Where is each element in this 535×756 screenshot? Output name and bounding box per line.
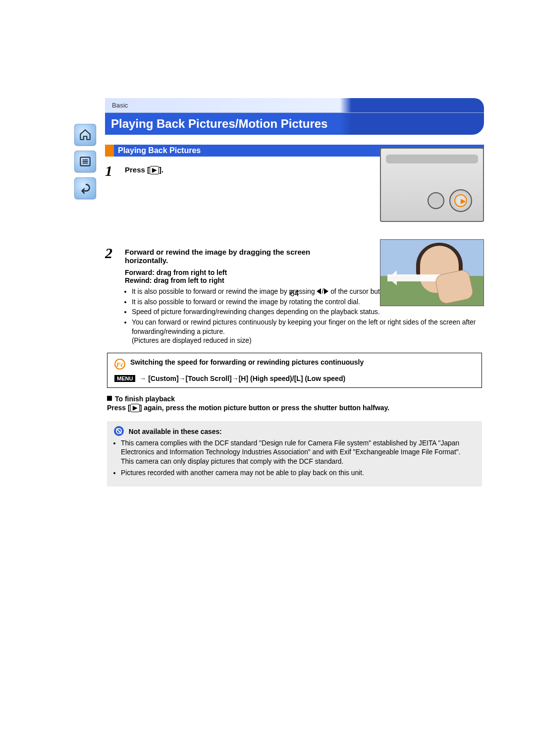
not-available-icon bbox=[114, 426, 124, 436]
breadcrumb: Basic bbox=[105, 98, 484, 113]
menu-path: → [Custom]→[Touch Scroll]→[H] (High spee… bbox=[139, 375, 345, 382]
step-number: 2 bbox=[105, 245, 125, 262]
not-available-panel: Not available in these cases: This camer… bbox=[107, 421, 482, 487]
square-bullet-icon bbox=[107, 396, 112, 401]
contents-button[interactable] bbox=[74, 151, 96, 172]
fc-icon: Fc bbox=[114, 359, 125, 370]
step-number: 1 bbox=[105, 162, 125, 179]
page-number: 64 bbox=[105, 289, 484, 298]
play-button-icon: ▶ bbox=[130, 404, 140, 412]
list-item: This camera complies with the DCF standa… bbox=[121, 439, 475, 467]
camera-back-illustration: ▶ bbox=[380, 148, 484, 222]
home-button[interactable] bbox=[74, 124, 96, 146]
hand-icon bbox=[434, 269, 475, 305]
list-icon bbox=[79, 155, 92, 168]
home-icon bbox=[79, 128, 92, 141]
play-button-icon: ▶ bbox=[150, 166, 159, 174]
finish-heading: To finish playback bbox=[115, 395, 175, 403]
back-icon bbox=[79, 182, 92, 195]
list-item: Speed of picture forwarding/rewinding ch… bbox=[132, 308, 484, 317]
callout-heading: Switching the speed for forwarding or re… bbox=[130, 358, 364, 366]
list-item: Pictures recorded with another camera ma… bbox=[121, 469, 475, 478]
step-2-title: Forward or rewind the image by dragging … bbox=[125, 248, 328, 265]
sidebar bbox=[74, 124, 99, 204]
not-available-heading: Not available in these cases: bbox=[129, 428, 222, 435]
menu-badge: MENU bbox=[114, 375, 135, 382]
page-content: Basic Playing Back Pictures/Motion Pictu… bbox=[105, 98, 484, 486]
list-item: You can forward or rewind pictures conti… bbox=[132, 318, 484, 346]
back-button[interactable] bbox=[74, 177, 96, 199]
page-title: Playing Back Pictures/Motion Pictures bbox=[105, 113, 484, 135]
finish-playback: To finish playback Press [▶] again, pres… bbox=[107, 395, 482, 412]
speed-callout: Fc Switching the speed for forwarding or… bbox=[107, 353, 482, 388]
play-icon: ▶ bbox=[461, 197, 466, 205]
